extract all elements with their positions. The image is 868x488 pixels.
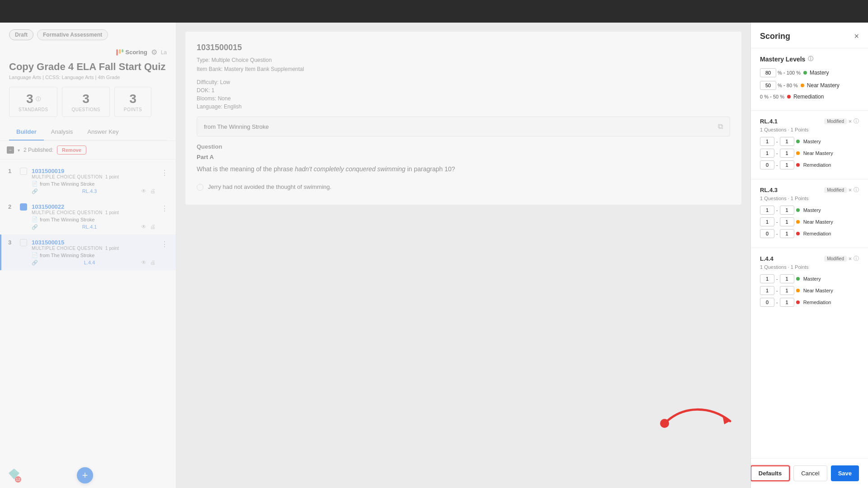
rl43-remove-icon[interactable]: × (849, 187, 852, 193)
l44-rem-to[interactable] (780, 298, 794, 307)
save-button[interactable]: Save (831, 465, 859, 481)
detail-difficulty: Difficulty: Low DOK: 1 Blooms: None Lang… (197, 79, 730, 110)
rl43-rem-from[interactable] (760, 229, 774, 238)
question-item-2[interactable]: 2 1031500022 MULTIPLE CHOICE QUESTION 1 … (0, 199, 176, 235)
eye-icon-3[interactable]: 👁 (141, 259, 146, 266)
rl41-mastery-to[interactable] (780, 137, 794, 146)
l44-mastery-from[interactable] (760, 274, 774, 283)
q-point-1: 1 point (105, 174, 119, 179)
cancel-button[interactable]: Cancel (793, 465, 827, 481)
rl43-near-to[interactable] (780, 217, 794, 226)
q-standard-2: 🔗 RL.4.1 👁 🖨 (32, 224, 156, 230)
questions-list: 1 1031500019 MULTIPLE CHOICE QUESTION 1 … (0, 160, 176, 461)
l44-mastery-dot (796, 277, 800, 281)
rl43-header: RL.4.3 Modified × ⓘ (760, 186, 859, 194)
rl43-mastery-to[interactable] (780, 206, 794, 215)
rl41-mastery-row: - Mastery (760, 137, 859, 146)
q-menu-2[interactable]: ⋮ (160, 203, 169, 214)
rl41-rem-from[interactable] (760, 160, 774, 169)
left-panel: Draft Formative Assessment Scoring ⚙ La … (0, 23, 176, 488)
question-text: What is the meaning of the phrase hadn't… (197, 164, 730, 174)
scoring-button[interactable]: Scoring (116, 49, 147, 56)
formative-badge[interactable]: Formative Assessment (37, 29, 108, 40)
rl41-near-dot (796, 151, 800, 155)
draft-badge[interactable]: Draft (9, 29, 33, 40)
tab-builder[interactable]: Builder (9, 124, 44, 141)
rl43-near-from[interactable] (760, 217, 774, 226)
detail-meta: Type: Multiple Choice Question (197, 57, 730, 63)
tab-answer-key[interactable]: Answer Key (80, 124, 126, 141)
rl43-mastery-label: Mastery (803, 207, 821, 213)
mastery-dot-2 (801, 84, 804, 87)
link-icon-2: 🔗 (32, 224, 38, 230)
rl41-rem-to[interactable] (780, 160, 794, 169)
svg-marker-1 (14, 469, 17, 473)
q-type-1: MULTIPLE CHOICE QUESTION (32, 174, 103, 179)
scoring-bars-icon (116, 49, 123, 56)
scoring-label: Scoring (125, 49, 147, 56)
q-checkbox-3[interactable] (20, 239, 27, 246)
tab-analysis[interactable]: Analysis (44, 124, 80, 141)
link-icon-1: 🔗 (32, 188, 38, 194)
mastery-from-2[interactable] (760, 81, 776, 90)
eye-icon-1[interactable]: 👁 (141, 188, 146, 194)
rl41-remove-icon[interactable]: × (849, 118, 852, 125)
q-standard-1: 🔗 RL.4.3 👁 🖨 (32, 188, 156, 194)
q-checkbox-2[interactable] (20, 203, 27, 211)
detail-id: 1031500015 (197, 43, 730, 52)
select-all-checkbox[interactable]: − (7, 146, 14, 154)
file-icon-3: 📄 (32, 252, 38, 258)
remove-button[interactable]: Remove (57, 145, 86, 155)
print-icon-1[interactable]: 🖨 (150, 188, 156, 194)
radio-1[interactable] (197, 184, 203, 191)
l44-mastery-row: - Mastery (760, 274, 859, 283)
add-question-button[interactable]: + (77, 467, 93, 483)
eye-icon-2[interactable]: 👁 (141, 224, 146, 230)
dok-text: DOK: 1 (197, 87, 730, 94)
q-number-3: 3 (8, 239, 15, 246)
q-checkbox-1[interactable] (20, 168, 27, 175)
print-icon-2[interactable]: 🖨 (150, 224, 156, 230)
q-point-2: 1 point (105, 210, 119, 215)
standards-info-icon[interactable]: ⓘ (36, 96, 41, 103)
l44-mastery-to[interactable] (780, 274, 794, 283)
question-item-1[interactable]: 1 1031500019 MULTIPLE CHOICE QUESTION 1 … (0, 163, 176, 199)
rl41-near-to[interactable] (780, 149, 794, 158)
rl43-mastery-from[interactable] (760, 206, 774, 215)
file-icon-1: 📄 (32, 181, 38, 187)
question-item-3[interactable]: 3 1031500015 MULTIPLE CHOICE QUESTION 1 … (0, 235, 176, 270)
l44-near-to[interactable] (780, 286, 794, 295)
q-menu-3[interactable]: ⋮ (160, 239, 169, 249)
rl41-info-icon[interactable]: ⓘ (854, 117, 859, 125)
q-content-1: 1031500019 MULTIPLE CHOICE QUESTION 1 po… (32, 168, 156, 194)
rl41-mastery-from[interactable] (760, 137, 774, 146)
rl41-rem-dot (796, 163, 800, 167)
mastery-info-icon[interactable]: ⓘ (808, 55, 813, 63)
rl43-rem-to[interactable] (780, 229, 794, 238)
close-scoring-button[interactable]: × (854, 32, 859, 41)
l44-remove-icon[interactable]: × (849, 256, 852, 262)
rl41-near-from[interactable] (760, 149, 774, 158)
rl43-near-dot (796, 220, 800, 224)
standards-count: 3 (26, 92, 33, 106)
defaults-button[interactable]: Defaults (750, 465, 790, 481)
rl43-rem-dot (796, 232, 800, 235)
mastery-levels-title: Mastery Levels ⓘ (760, 55, 859, 63)
q-source-2: 📄 from The Winning Stroke (32, 216, 156, 222)
q-menu-1[interactable]: ⋮ (160, 168, 169, 178)
gear-icon[interactable]: ⚙ (151, 48, 157, 56)
gem-icon: 12 (7, 467, 21, 483)
svg-marker-2 (722, 415, 730, 424)
badges: Draft Formative Assessment (9, 29, 167, 40)
rl43-info-icon[interactable]: ⓘ (854, 186, 859, 194)
l44-info-icon[interactable]: ⓘ (854, 255, 859, 263)
mastery-from-1[interactable] (760, 68, 776, 77)
print-icon-3[interactable]: 🖨 (150, 259, 156, 266)
l44-rem-from[interactable] (760, 298, 774, 307)
expand-icon[interactable]: ⧉ (718, 122, 723, 131)
mastery-range-2: % - 80 % (760, 81, 798, 90)
mastery-row-3: 0 % - 50 % Remediation (760, 94, 859, 100)
q-standard-3: 🔗 L.4.4 👁 🖨 (32, 259, 156, 266)
l44-near-from[interactable] (760, 286, 774, 295)
chevron-down-icon[interactable]: ▾ (18, 148, 20, 153)
